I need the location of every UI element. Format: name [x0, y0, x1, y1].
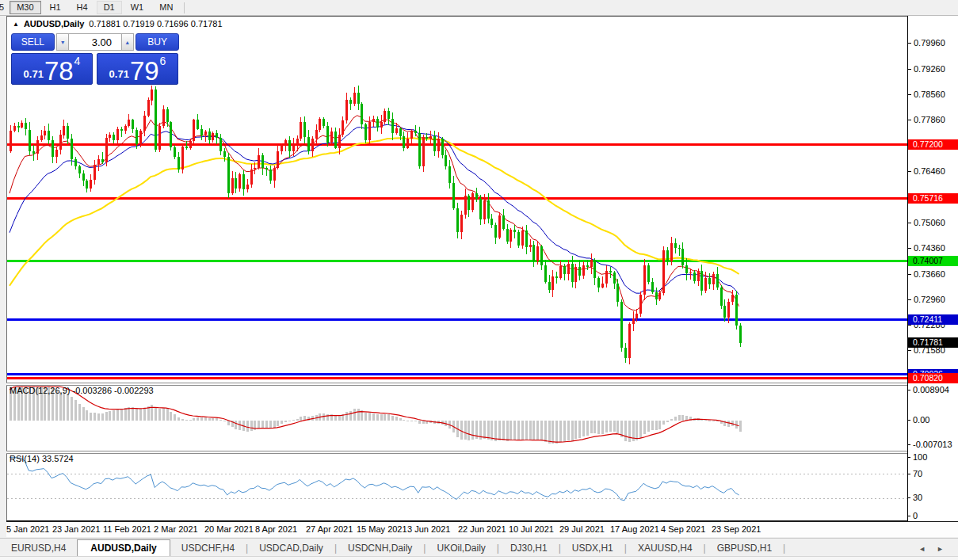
date-axis-label: 11 Feb 2021 — [103, 524, 151, 534]
rsi-axis-30: 30 — [913, 493, 922, 502]
sell-price-prefix: 0.71 — [24, 68, 44, 80]
date-axis-label: 15 May 2021 — [357, 524, 407, 534]
date-axis-label: 20 Mar 2021 — [204, 524, 254, 534]
price-tick-label: 0.79260 — [914, 64, 945, 74]
date-axis-label: 27 Apr 2021 — [306, 524, 353, 534]
status-strip — [0, 556, 958, 560]
timeframe-button-m30[interactable]: M30 — [10, 1, 40, 14]
date-axis-label: 17 Aug 2021 — [610, 524, 659, 534]
macd-axis-zero: 0.00 — [913, 415, 929, 425]
timeframe-button-m5[interactable]: 5 — [0, 1, 8, 14]
chart-symbol: AUDUSD,Daily — [24, 19, 84, 29]
date-axis-label: 29 Jul 2021 — [559, 524, 605, 534]
sell-price-big: 78 — [44, 59, 74, 83]
tabs-scroll-left-icon[interactable]: ◄ — [918, 545, 926, 553]
price-tick-label: 0.78560 — [914, 90, 945, 99]
timeframe-button-mn[interactable]: MN — [152, 1, 180, 14]
sell-button[interactable]: SELL — [11, 33, 55, 51]
price-level-badge: 0.74007 — [908, 256, 958, 266]
rsi-axis-70: 70 — [913, 469, 922, 478]
date-axis-label: 5 Jan 2021 — [6, 524, 49, 534]
rsi-label: RSI(14) 33.5724 — [10, 454, 74, 463]
price-tick-label: 0.77860 — [914, 115, 945, 124]
timeframe-button-d1[interactable]: D1 — [97, 1, 122, 14]
macd-axis-min: -0.007013 — [913, 440, 952, 449]
tab-xauusd-h4[interactable]: XAUUSD,H4 — [627, 540, 704, 557]
date-axis-label: 22 Jun 2021 — [458, 524, 506, 534]
date-axis-label: 23 Sep 2021 — [712, 524, 761, 534]
tab-usdx-h1[interactable]: USDX,H1 — [561, 540, 624, 557]
price-tick-label: 0.72960 — [914, 295, 945, 304]
tab-usdcnh-daily[interactable]: USDCNH,Daily — [337, 540, 423, 557]
date-axis-label: 8 Apr 2021 — [255, 524, 297, 534]
price-level-badge: 0.72411 — [908, 314, 958, 325]
buy-price-display[interactable]: 0.71 79 6 — [97, 53, 178, 85]
buy-price-prefix: 0.71 — [109, 68, 129, 80]
date-axis-label: 2 Mar 2021 — [154, 524, 198, 534]
buy-price-big: 79 — [130, 59, 159, 83]
tabs-scroll-right-icon[interactable]: ► — [937, 545, 944, 553]
timeframe-toolbar: 5 M30 H1 H4 D1 W1 MN — [0, 0, 958, 16]
sell-price-pip: 4 — [74, 55, 81, 67]
tab-separator: | — [783, 543, 785, 557]
price-tick-label: 0.76460 — [914, 166, 945, 176]
one-click-trading-panel: SELL ▼ ▲ BUY 0.71 78 4 0.71 79 6 — [11, 33, 179, 85]
price-tick-label: 0.75060 — [914, 218, 945, 227]
tab-dj30-h1[interactable]: DJ30,H1 — [499, 540, 559, 557]
macd-label: MACD(12,26,9) -0.003286 -0.002293 — [10, 386, 154, 395]
price-tick-label: 0.79960 — [914, 38, 945, 48]
sell-price-display[interactable]: 0.71 78 4 — [11, 53, 93, 85]
timeframe-button-h1[interactable]: H1 — [43, 1, 68, 14]
price-level-badge: 0.75716 — [908, 193, 958, 204]
macd-axis-max: 0.008904 — [913, 385, 949, 394]
pane-separator-rsi[interactable] — [6, 451, 958, 454]
tab-eurusd-h4[interactable]: EURUSD,H4 — [0, 540, 77, 557]
buy-button[interactable]: BUY — [135, 33, 179, 51]
date-axis-label: 3 Jun 2021 — [407, 524, 450, 534]
rsi-axis-100: 100 — [913, 452, 927, 462]
date-axis-label: 23 Jan 2021 — [52, 524, 101, 534]
chart-area[interactable] — [6, 16, 958, 522]
tab-gbpusd-h1[interactable]: GBPUSD,H1 — [706, 540, 783, 557]
price-tick-label: 0.74360 — [914, 243, 945, 253]
volume-increase-button[interactable]: ▲ — [121, 33, 134, 51]
date-axis-label: 10 Jul 2021 — [509, 524, 554, 534]
toolbar-separator — [184, 2, 185, 13]
rsi-axis-0: 0 — [913, 511, 918, 520]
timeframe-button-h4[interactable]: H4 — [70, 1, 95, 14]
date-axis[interactable]: 5 Jan 202123 Jan 202111 Feb 20212 Mar 20… — [6, 522, 958, 537]
tab-ukoil-daily[interactable]: UKOil,Daily — [426, 540, 496, 557]
chart-ohlc-values: 0.71881 0.71919 0.71696 0.71781 — [89, 19, 222, 29]
volume-decrease-button[interactable]: ▼ — [56, 33, 69, 51]
chart-title: ▲ AUDUSD,Daily 0.71881 0.71919 0.71696 0… — [13, 19, 223, 29]
tab-audusd-daily[interactable]: AUDUSD,Daily — [77, 539, 170, 558]
collapse-arrow-icon[interactable]: ▲ — [13, 21, 19, 28]
chart-tab-bar: EURUSD,H4 AUDUSD,Daily USDCHF,H4 | USDCA… — [0, 538, 958, 557]
tab-usdchf-h4[interactable]: USDCHF,H4 — [170, 540, 246, 557]
current-price-badge: 0.71781 — [908, 337, 958, 348]
price-level-badge: 0.77200 — [908, 139, 958, 150]
timeframe-button-w1[interactable]: W1 — [124, 1, 151, 14]
price-tick-label: 0.73660 — [914, 269, 945, 279]
date-axis-label: 4 Sep 2021 — [661, 524, 705, 534]
volume-input[interactable] — [69, 33, 121, 51]
buy-price-pip: 6 — [160, 55, 166, 67]
tab-usdcad-daily[interactable]: USDCAD,Daily — [248, 540, 334, 557]
price-level-badge: 0.70820 — [908, 373, 958, 383]
